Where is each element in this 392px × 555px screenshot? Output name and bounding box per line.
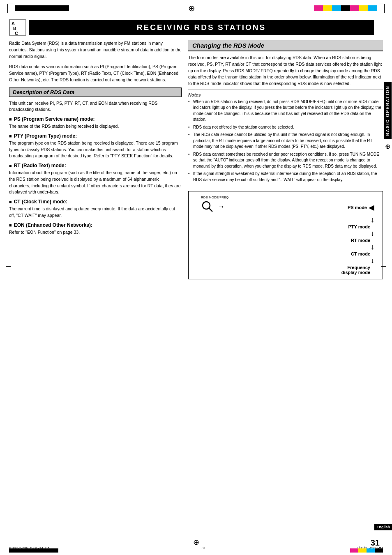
description-intro: This unit can receive PI, PS, PTY, RT, C… <box>9 100 182 113</box>
svg-line-1 <box>209 208 212 212</box>
rds-freq-label: RDS MODE/FREQ <box>201 196 229 199</box>
rds-mode-icon <box>201 200 214 213</box>
description-section-heading: Description of RDS Data <box>9 88 182 97</box>
flow-down-1: ↓ <box>371 216 374 224</box>
page-title: RECEIVING RDS STATIONS <box>29 20 374 35</box>
rt-mode-flow-label: RT mode <box>351 238 370 243</box>
notes-title: Notes <box>188 92 383 97</box>
notes-list: When an RDS station is being received, d… <box>188 99 383 183</box>
color-bar-left <box>15 5 69 11</box>
bottom-color-bar-right <box>350 548 383 553</box>
rt-mode-body: Information about the program (such as t… <box>9 170 182 196</box>
title-row: A B C RECEIVING RDS STATIONS <box>9 19 383 36</box>
right-column: Changing the RDS Mode The four modes are… <box>188 40 383 279</box>
two-col-layout: Radio Data System (RDS) is a data transm… <box>9 40 383 279</box>
down-arrow-4-icon: ↓ <box>371 256 374 265</box>
pty-mode-body: The program type on the RDS station bein… <box>9 140 182 159</box>
note-item-5: If the signal strength is weakened by ex… <box>188 171 383 183</box>
icon-b: B <box>13 26 16 31</box>
note-item-2: RDS data not offered by the station cann… <box>188 124 383 131</box>
down-arrow-1-icon: ↓ <box>371 216 374 224</box>
abc-icon-box: A B C <box>9 19 26 36</box>
flow-diagram: RDS MODE/FREQ → PS mode <box>188 191 383 279</box>
ps-mode-label: PS mode <box>348 205 367 210</box>
bottom-color-bar-left <box>9 548 58 553</box>
flow-down-3: ↓ <box>371 243 374 251</box>
flow-down-4: ↓ <box>371 256 374 265</box>
pty-mode-flow-label: PTY mode <box>348 224 370 229</box>
flow-ct-row: CT mode <box>351 251 370 256</box>
ps-mode-heading: PS (Program Service name) mode: <box>9 116 182 122</box>
notes-box: Notes When an RDS station is being recei… <box>188 90 383 187</box>
note-item-4: RDS data cannot sometimes be received un… <box>188 152 383 170</box>
ct-mode-flow-label: CT mode <box>351 251 370 256</box>
pty-mode-heading: PTY (Program Type) mode: <box>9 133 182 139</box>
ct-mode-body: The current time is displayed and update… <box>9 206 182 219</box>
right-arrow-icon: → <box>217 203 225 211</box>
english-tab: English <box>374 524 392 530</box>
intro-para1: Radio Data System (RDS) is a data transm… <box>9 40 182 60</box>
down-arrow-2-icon: ↓ <box>371 229 374 238</box>
flow-items: ↓ PTY mode ↓ RT mode ↓ CT mo <box>201 216 374 275</box>
intro-para2: RDS data contains various information su… <box>9 64 182 83</box>
icon-a: A <box>12 21 15 26</box>
left-column: Radio Data System (RDS) is a data transm… <box>9 40 182 279</box>
note-item-1: When an RDS station is being received, d… <box>188 99 383 123</box>
center-crosshair-top: ⊕ <box>188 3 195 13</box>
changing-rds-body: The four modes are available in this uni… <box>188 55 383 87</box>
ps-back-arrow-icon: ◀ <box>369 203 374 212</box>
eon-mode-heading: EON (Enhanced Other Networks): <box>9 222 182 228</box>
ps-mode-row: PS mode ◀ <box>348 203 374 212</box>
crosshair-bottom-center: ⊕ <box>193 538 199 547</box>
ps-mode-body: The name of the RDS station being receiv… <box>9 123 182 130</box>
page-content: A B C RECEIVING RDS STATIONS Radio Data … <box>0 13 392 283</box>
flow-rt-row: RT mode <box>351 238 370 243</box>
right-top-marks <box>314 4 385 13</box>
eon-mode-body: Refer to "EON Function" on page 33. <box>9 229 182 236</box>
corner-mark-bottom-right <box>381 535 386 540</box>
changing-rds-heading: Changing the RDS Mode <box>188 40 383 51</box>
flow-down-2: ↓ <box>371 229 374 238</box>
note-item-3: The RDS data service cannot be utilized … <box>188 132 383 150</box>
top-bar: ⊕ <box>0 0 392 13</box>
corner-mark-tl <box>7 4 13 13</box>
flow-start-row: → <box>201 200 225 213</box>
freq-display-mode-label: Frequencydisplay mode <box>341 265 370 275</box>
corner-mark-bottom-left <box>6 535 11 540</box>
ct-mode-heading: CT (Clock Time) mode: <box>9 199 182 205</box>
footer-center: 31 <box>202 546 206 550</box>
down-arrow-3-icon: ↓ <box>371 243 374 251</box>
flow-pty-row: PTY mode <box>348 224 370 229</box>
icon-c: C <box>15 31 18 36</box>
flow-freq-row: Frequencydisplay mode <box>341 265 370 275</box>
rt-mode-heading: RT (Radio Text) mode: <box>9 163 182 168</box>
